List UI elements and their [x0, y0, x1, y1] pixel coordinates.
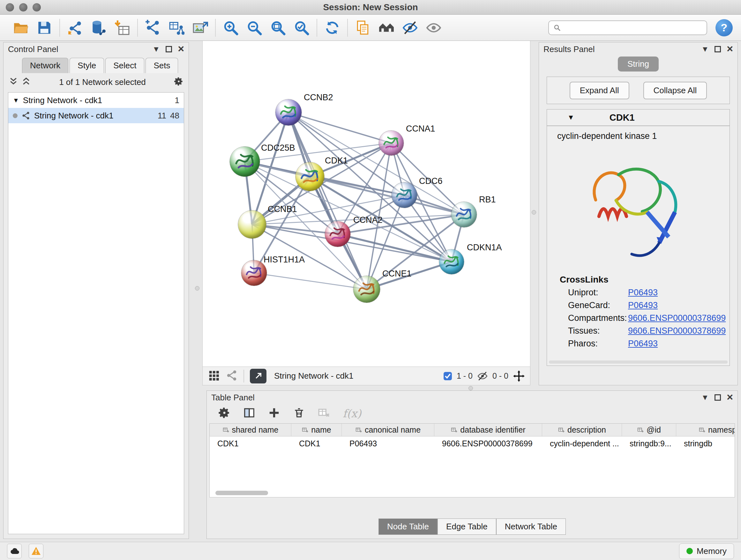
table-cell[interactable]: stringdb	[676, 436, 735, 450]
network-node-CCNA1[interactable]	[379, 131, 404, 155]
crosslink-link[interactable]: P06493	[628, 288, 658, 298]
results-scrollbar[interactable]	[549, 361, 728, 364]
splitter-handle[interactable]	[468, 386, 473, 390]
table-cell[interactable]: P06493	[342, 436, 434, 450]
table-cell[interactable]: cyclin-dependent ...	[542, 436, 622, 450]
collapse-all-button[interactable]: Collapse All	[643, 82, 707, 99]
network-tree-root-row[interactable]: ▼ String Network - cdk1 1	[8, 92, 184, 108]
node-table[interactable]: shared namenamecanonical namedatabase id…	[209, 423, 735, 497]
tab-style[interactable]: Style	[70, 58, 104, 73]
panel-float-icon[interactable]	[715, 46, 721, 52]
minimize-window-button[interactable]	[19, 3, 27, 11]
save-session-button[interactable]	[32, 17, 56, 38]
zoom-selected-button[interactable]	[290, 17, 313, 38]
network-edge[interactable]	[288, 112, 391, 143]
network-view[interactable]: CCNB2CCNA1CDC25BCDK1CDC6RB1CCNB1CCNA2CDK…	[202, 41, 530, 367]
crosslink-link[interactable]: P06493	[628, 339, 658, 349]
tree-expand-icon[interactable]: ▼	[13, 97, 19, 104]
network-node-CCNA2[interactable]	[325, 221, 350, 247]
tab-select[interactable]: Select	[105, 58, 144, 73]
close-window-button[interactable]	[6, 3, 14, 11]
table-horizontal-scrollbar[interactable]	[215, 491, 268, 495]
import-network-database-button[interactable]	[87, 17, 111, 38]
tab-edge-table[interactable]: Edge Table	[437, 518, 496, 535]
table-row[interactable]: CDK1CDK1P064939606.ENSP00000378699cyclin…	[210, 436, 735, 450]
delete-column-trash-icon[interactable]	[293, 407, 305, 420]
crosslink-link[interactable]: P06493	[628, 300, 658, 310]
crosslink-link[interactable]: 9606.ENSP00000378699	[628, 313, 726, 323]
memory-button[interactable]: Memory	[679, 543, 734, 559]
panel-collapse-icon[interactable]: ▼	[152, 45, 160, 53]
window-controls[interactable]	[6, 3, 41, 11]
tab-sets[interactable]: Sets	[145, 58, 178, 73]
splitter-handle[interactable]	[532, 210, 536, 214]
panel-collapse-icon[interactable]: ▼	[701, 45, 709, 53]
grid-view-icon[interactable]	[208, 369, 220, 383]
cloud-button[interactable]	[7, 544, 22, 558]
table-cell[interactable]: CDK1	[291, 436, 342, 450]
show-eye-button[interactable]	[422, 17, 446, 38]
export-image-button[interactable]	[188, 17, 212, 38]
tab-node-table[interactable]: Node Table	[379, 518, 437, 535]
table-settings-gear-icon[interactable]	[218, 407, 230, 420]
network-share-icon[interactable]	[226, 369, 238, 383]
column-header-database-identifier[interactable]: database identifier	[434, 424, 542, 436]
selected-checkbox-icon[interactable]	[443, 372, 452, 381]
expand-all-icon[interactable]	[21, 77, 31, 87]
tab-string[interactable]: String	[618, 57, 659, 71]
import-network-file-button[interactable]	[63, 17, 87, 38]
network-node-CCNE1[interactable]	[353, 276, 380, 303]
new-network-button[interactable]	[141, 17, 165, 38]
column-header-name[interactable]: name	[291, 424, 342, 436]
column-header-namespace[interactable]: namespace	[676, 424, 735, 436]
network-node-CCNB2[interactable]	[275, 99, 301, 125]
panel-close-icon[interactable]: ×	[727, 43, 733, 54]
panel-close-icon[interactable]: ×	[727, 391, 733, 402]
open-session-button[interactable]	[9, 17, 32, 38]
panel-close-icon[interactable]: ×	[178, 43, 184, 54]
network-node-CDK1[interactable]	[295, 162, 324, 191]
zoom-fit-button[interactable]	[266, 17, 290, 38]
maximize-window-button[interactable]	[32, 3, 41, 11]
search-box[interactable]	[548, 20, 707, 35]
network-node-CDC25B[interactable]	[230, 146, 260, 177]
zoom-out-button[interactable]	[243, 17, 266, 38]
show-columns-icon[interactable]	[243, 407, 255, 420]
collapse-all-icon[interactable]	[9, 77, 18, 87]
expand-all-button[interactable]: Expand All	[569, 82, 629, 99]
table-cell[interactable]: CDK1	[210, 436, 291, 450]
search-input[interactable]	[564, 23, 702, 32]
panel-collapse-icon[interactable]: ▼	[701, 394, 709, 401]
refresh-button[interactable]	[320, 17, 344, 38]
network-node-CCNB1[interactable]	[238, 210, 266, 239]
splitter-handle[interactable]	[195, 286, 199, 291]
panel-float-icon[interactable]	[165, 46, 172, 52]
move-crosshair-icon[interactable]	[513, 370, 525, 382]
add-column-icon[interactable]	[268, 407, 280, 420]
column-header-@id[interactable]: @id	[622, 424, 676, 436]
zoom-in-button[interactable]	[219, 17, 243, 38]
help-button[interactable]: ?	[716, 19, 733, 37]
network-tree-child-row[interactable]: String Network - cdk1 11 48	[8, 108, 184, 123]
table-cell[interactable]: stringdb:9...	[622, 436, 676, 450]
section-collapse-icon[interactable]: ▼	[567, 113, 575, 122]
table-cell[interactable]: 9606.ENSP00000378699	[434, 436, 542, 450]
network-node-HIST1H1A[interactable]	[241, 260, 267, 286]
open-in-window-button[interactable]	[250, 369, 266, 383]
network-node-CDC6[interactable]	[392, 182, 417, 208]
column-header-canonical-name[interactable]: canonical name	[342, 424, 434, 436]
network-edge[interactable]	[254, 273, 367, 289]
hide-unhide-button[interactable]	[398, 17, 422, 38]
home-button[interactable]	[375, 17, 398, 38]
hidden-eye-slash-icon[interactable]	[477, 371, 488, 381]
network-node-CDKN1A[interactable]	[439, 249, 464, 274]
warning-button[interactable]	[29, 544, 44, 558]
import-table-button[interactable]	[111, 17, 134, 38]
crosslink-link[interactable]: 9606.ENSP00000378699	[628, 326, 726, 336]
network-from-table-button[interactable]	[165, 17, 188, 38]
panel-float-icon[interactable]	[715, 394, 721, 401]
gear-icon[interactable]	[174, 77, 184, 87]
column-header-shared-name[interactable]: shared name	[210, 424, 291, 436]
column-header-description[interactable]: description	[542, 424, 622, 436]
copy-document-button[interactable]	[351, 17, 375, 38]
